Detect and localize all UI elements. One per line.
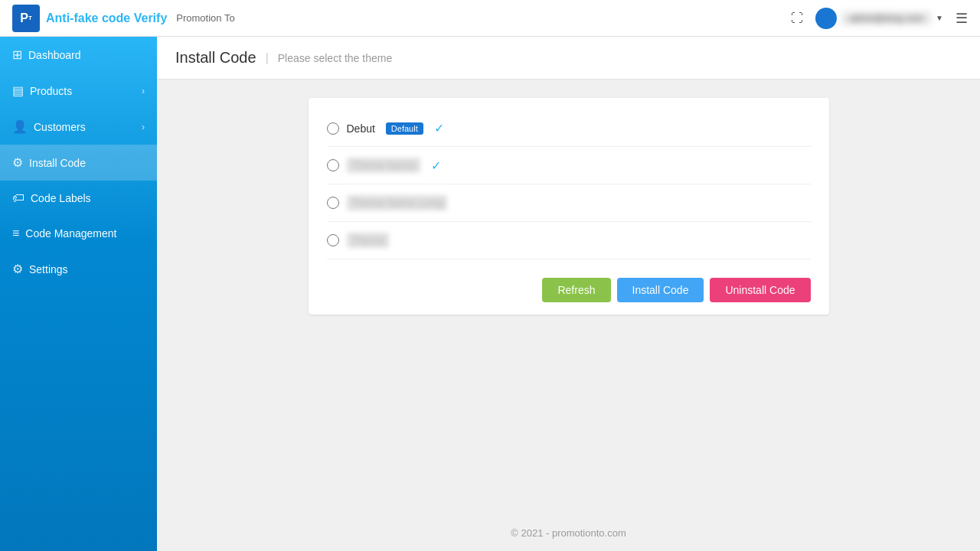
customers-icon: 👤: [12, 119, 28, 134]
hamburger-icon[interactable]: ☰: [956, 10, 968, 27]
sidebar-item-code-management[interactable]: ≡ Code Management: [0, 216, 157, 251]
content-area: Debut Default ✓ Theme Name ✓ Theme Name …: [157, 80, 980, 333]
theme-label-debut: Debut: [347, 122, 375, 135]
install-code-icon: ⚙: [12, 155, 23, 170]
header-right: ⛶ 👤 admin@shop.com ▼ ☰: [791, 8, 968, 29]
check-icon-debut: ✓: [434, 121, 444, 135]
products-chevron-icon: ›: [142, 86, 145, 96]
logo-icon: P T: [12, 5, 40, 32]
app-name: Anti-fake code Verify: [46, 11, 167, 25]
fullscreen-icon[interactable]: ⛶: [791, 11, 803, 25]
sidebar-label-products: Products: [30, 85, 72, 97]
theme-badge-default: Default: [386, 122, 423, 135]
sidebar-label-code-management: Code Management: [25, 227, 116, 240]
theme-radio-4[interactable]: [327, 234, 339, 246]
theme-radio-3[interactable]: [327, 197, 339, 209]
dashboard-icon: ⊞: [12, 47, 22, 62]
footer: © 2021 - promotionto.com: [157, 515, 980, 551]
theme-label-4: Theme: [347, 233, 390, 248]
sidebar-label-dashboard: Dashboard: [28, 49, 81, 61]
check-icon-2: ✓: [431, 158, 441, 173]
avatar: 👤: [815, 8, 837, 29]
action-buttons: Refresh Install Code Uninstall Code: [327, 272, 811, 302]
theme-label-3: Theme Name Long: [347, 195, 448, 210]
sidebar-item-code-labels[interactable]: 🏷 Code Labels: [0, 181, 157, 216]
sidebar-label-code-labels: Code Labels: [31, 192, 91, 204]
settings-icon: ⚙: [12, 262, 23, 276]
install-code-button[interactable]: Install Code: [617, 278, 704, 302]
theme-selection-card: Debut Default ✓ Theme Name ✓ Theme Name …: [309, 98, 829, 315]
sidebar-label-settings: Settings: [29, 263, 68, 276]
theme-radio-2[interactable]: [327, 159, 339, 171]
customers-chevron-icon: ›: [142, 122, 145, 132]
user-dropdown-icon: ▼: [936, 14, 943, 22]
sidebar-item-dashboard[interactable]: ⊞ Dashboard: [0, 37, 157, 73]
sidebar-item-products[interactable]: ▤ Products ›: [0, 73, 157, 109]
theme-option-debut: Debut Default ✓: [327, 110, 811, 147]
sidebar-item-settings[interactable]: ⚙ Settings: [0, 251, 157, 287]
sidebar-label-customers: Customers: [34, 121, 86, 133]
header: P T Anti-fake code Verify Promotion To ⛶…: [0, 0, 980, 37]
code-management-icon: ≡: [12, 227, 19, 240]
code-labels-icon: 🏷: [12, 191, 24, 205]
footer-text: © 2021 - promotionto.com: [511, 527, 626, 539]
refresh-button[interactable]: Refresh: [542, 278, 610, 302]
page-subtitle: Please select the theme: [278, 52, 392, 64]
page-title: Install Code: [175, 49, 256, 67]
user-display-name: admin@shop.com: [841, 11, 931, 25]
user-menu[interactable]: 👤 admin@shop.com ▼: [815, 8, 943, 29]
main-content: Install Code | Please select the theme D…: [157, 37, 980, 551]
divider: |: [266, 51, 269, 65]
logo: P T Anti-fake code Verify Promotion To: [12, 5, 235, 32]
app-subtitle: Promotion To: [176, 12, 234, 24]
theme-radio-debut[interactable]: [327, 122, 339, 135]
theme-option-2: Theme Name ✓: [327, 147, 811, 184]
products-icon: ▤: [12, 83, 24, 98]
sidebar-item-install-code[interactable]: ⚙ Install Code: [0, 145, 157, 181]
theme-label-2: Theme Name: [347, 158, 421, 173]
uninstall-code-button[interactable]: Uninstall Code: [710, 278, 810, 302]
page-header: Install Code | Please select the theme: [157, 37, 980, 80]
theme-option-4: Theme: [327, 222, 811, 259]
sidebar-item-customers[interactable]: 👤 Customers ›: [0, 109, 157, 145]
layout: ⊞ Dashboard ▤ Products › 👤 Customers › ⚙…: [0, 37, 980, 551]
sidebar: ⊞ Dashboard ▤ Products › 👤 Customers › ⚙…: [0, 37, 157, 551]
theme-option-3: Theme Name Long: [327, 184, 811, 222]
sidebar-label-install-code: Install Code: [29, 157, 86, 169]
